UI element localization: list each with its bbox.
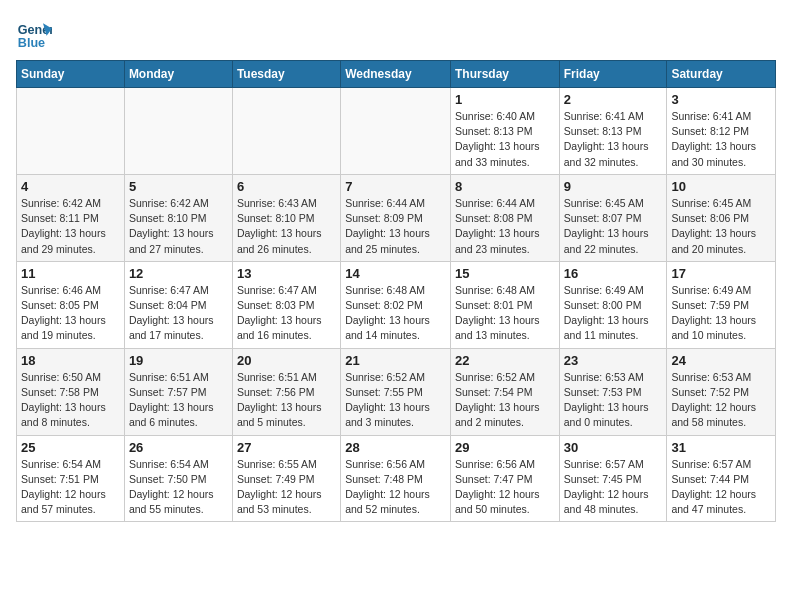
- day-info: Sunrise: 6:42 AMSunset: 8:11 PMDaylight:…: [21, 196, 120, 257]
- calendar-header: SundayMondayTuesdayWednesdayThursdayFrid…: [17, 61, 776, 88]
- calendar-cell: 18Sunrise: 6:50 AMSunset: 7:58 PMDayligh…: [17, 348, 125, 435]
- day-info: Sunrise: 6:41 AMSunset: 8:12 PMDaylight:…: [671, 109, 771, 170]
- day-info: Sunrise: 6:45 AMSunset: 8:07 PMDaylight:…: [564, 196, 663, 257]
- logo: General Blue: [16, 16, 52, 52]
- logo-icon: General Blue: [16, 16, 52, 52]
- weekday-header-sunday: Sunday: [17, 61, 125, 88]
- day-info: Sunrise: 6:51 AMSunset: 7:57 PMDaylight:…: [129, 370, 228, 431]
- calendar-cell: 25Sunrise: 6:54 AMSunset: 7:51 PMDayligh…: [17, 435, 125, 522]
- day-info: Sunrise: 6:41 AMSunset: 8:13 PMDaylight:…: [564, 109, 663, 170]
- weekday-header-thursday: Thursday: [450, 61, 559, 88]
- calendar-cell: 31Sunrise: 6:57 AMSunset: 7:44 PMDayligh…: [667, 435, 776, 522]
- calendar-cell: 7Sunrise: 6:44 AMSunset: 8:09 PMDaylight…: [341, 174, 451, 261]
- calendar-cell: 15Sunrise: 6:48 AMSunset: 8:01 PMDayligh…: [450, 261, 559, 348]
- day-number: 4: [21, 179, 120, 194]
- calendar-cell: 21Sunrise: 6:52 AMSunset: 7:55 PMDayligh…: [341, 348, 451, 435]
- calendar-cell: [124, 88, 232, 175]
- day-number: 29: [455, 440, 555, 455]
- day-number: 8: [455, 179, 555, 194]
- weekday-header-friday: Friday: [559, 61, 667, 88]
- day-info: Sunrise: 6:40 AMSunset: 8:13 PMDaylight:…: [455, 109, 555, 170]
- day-number: 18: [21, 353, 120, 368]
- calendar-week-3: 11Sunrise: 6:46 AMSunset: 8:05 PMDayligh…: [17, 261, 776, 348]
- day-info: Sunrise: 6:42 AMSunset: 8:10 PMDaylight:…: [129, 196, 228, 257]
- calendar-cell: [341, 88, 451, 175]
- calendar-week-1: 1Sunrise: 6:40 AMSunset: 8:13 PMDaylight…: [17, 88, 776, 175]
- weekday-header-monday: Monday: [124, 61, 232, 88]
- day-info: Sunrise: 6:44 AMSunset: 8:09 PMDaylight:…: [345, 196, 446, 257]
- day-info: Sunrise: 6:57 AMSunset: 7:44 PMDaylight:…: [671, 457, 771, 518]
- day-info: Sunrise: 6:48 AMSunset: 8:02 PMDaylight:…: [345, 283, 446, 344]
- day-info: Sunrise: 6:53 AMSunset: 7:53 PMDaylight:…: [564, 370, 663, 431]
- calendar-cell: 17Sunrise: 6:49 AMSunset: 7:59 PMDayligh…: [667, 261, 776, 348]
- weekday-header-tuesday: Tuesday: [232, 61, 340, 88]
- calendar-cell: 1Sunrise: 6:40 AMSunset: 8:13 PMDaylight…: [450, 88, 559, 175]
- calendar-cell: 30Sunrise: 6:57 AMSunset: 7:45 PMDayligh…: [559, 435, 667, 522]
- calendar-cell: 8Sunrise: 6:44 AMSunset: 8:08 PMDaylight…: [450, 174, 559, 261]
- day-number: 11: [21, 266, 120, 281]
- day-number: 27: [237, 440, 336, 455]
- day-info: Sunrise: 6:55 AMSunset: 7:49 PMDaylight:…: [237, 457, 336, 518]
- day-number: 10: [671, 179, 771, 194]
- day-info: Sunrise: 6:56 AMSunset: 7:48 PMDaylight:…: [345, 457, 446, 518]
- calendar-week-5: 25Sunrise: 6:54 AMSunset: 7:51 PMDayligh…: [17, 435, 776, 522]
- day-info: Sunrise: 6:49 AMSunset: 7:59 PMDaylight:…: [671, 283, 771, 344]
- day-number: 22: [455, 353, 555, 368]
- day-number: 6: [237, 179, 336, 194]
- calendar-cell: 24Sunrise: 6:53 AMSunset: 7:52 PMDayligh…: [667, 348, 776, 435]
- weekday-header-row: SundayMondayTuesdayWednesdayThursdayFrid…: [17, 61, 776, 88]
- calendar-cell: 27Sunrise: 6:55 AMSunset: 7:49 PMDayligh…: [232, 435, 340, 522]
- day-number: 14: [345, 266, 446, 281]
- day-info: Sunrise: 6:43 AMSunset: 8:10 PMDaylight:…: [237, 196, 336, 257]
- calendar-cell: 6Sunrise: 6:43 AMSunset: 8:10 PMDaylight…: [232, 174, 340, 261]
- day-info: Sunrise: 6:50 AMSunset: 7:58 PMDaylight:…: [21, 370, 120, 431]
- day-info: Sunrise: 6:52 AMSunset: 7:55 PMDaylight:…: [345, 370, 446, 431]
- calendar-cell: 5Sunrise: 6:42 AMSunset: 8:10 PMDaylight…: [124, 174, 232, 261]
- day-info: Sunrise: 6:47 AMSunset: 8:03 PMDaylight:…: [237, 283, 336, 344]
- day-number: 25: [21, 440, 120, 455]
- day-number: 20: [237, 353, 336, 368]
- calendar-cell: 12Sunrise: 6:47 AMSunset: 8:04 PMDayligh…: [124, 261, 232, 348]
- day-number: 17: [671, 266, 771, 281]
- calendar-cell: 9Sunrise: 6:45 AMSunset: 8:07 PMDaylight…: [559, 174, 667, 261]
- calendar-week-2: 4Sunrise: 6:42 AMSunset: 8:11 PMDaylight…: [17, 174, 776, 261]
- day-number: 16: [564, 266, 663, 281]
- calendar-cell: 19Sunrise: 6:51 AMSunset: 7:57 PMDayligh…: [124, 348, 232, 435]
- calendar-cell: 22Sunrise: 6:52 AMSunset: 7:54 PMDayligh…: [450, 348, 559, 435]
- day-number: 2: [564, 92, 663, 107]
- page-header: General Blue: [16, 16, 776, 52]
- calendar-cell: [17, 88, 125, 175]
- calendar-week-4: 18Sunrise: 6:50 AMSunset: 7:58 PMDayligh…: [17, 348, 776, 435]
- calendar-cell: 23Sunrise: 6:53 AMSunset: 7:53 PMDayligh…: [559, 348, 667, 435]
- day-info: Sunrise: 6:45 AMSunset: 8:06 PMDaylight:…: [671, 196, 771, 257]
- calendar-table: SundayMondayTuesdayWednesdayThursdayFrid…: [16, 60, 776, 522]
- day-info: Sunrise: 6:47 AMSunset: 8:04 PMDaylight:…: [129, 283, 228, 344]
- day-number: 13: [237, 266, 336, 281]
- calendar-cell: 28Sunrise: 6:56 AMSunset: 7:48 PMDayligh…: [341, 435, 451, 522]
- day-info: Sunrise: 6:56 AMSunset: 7:47 PMDaylight:…: [455, 457, 555, 518]
- day-number: 15: [455, 266, 555, 281]
- day-number: 31: [671, 440, 771, 455]
- calendar-body: 1Sunrise: 6:40 AMSunset: 8:13 PMDaylight…: [17, 88, 776, 522]
- day-number: 9: [564, 179, 663, 194]
- day-number: 21: [345, 353, 446, 368]
- calendar-cell: 29Sunrise: 6:56 AMSunset: 7:47 PMDayligh…: [450, 435, 559, 522]
- calendar-cell: 11Sunrise: 6:46 AMSunset: 8:05 PMDayligh…: [17, 261, 125, 348]
- day-info: Sunrise: 6:49 AMSunset: 8:00 PMDaylight:…: [564, 283, 663, 344]
- day-info: Sunrise: 6:44 AMSunset: 8:08 PMDaylight:…: [455, 196, 555, 257]
- day-number: 28: [345, 440, 446, 455]
- day-info: Sunrise: 6:54 AMSunset: 7:51 PMDaylight:…: [21, 457, 120, 518]
- day-number: 7: [345, 179, 446, 194]
- calendar-cell: [232, 88, 340, 175]
- calendar-cell: 3Sunrise: 6:41 AMSunset: 8:12 PMDaylight…: [667, 88, 776, 175]
- day-info: Sunrise: 6:46 AMSunset: 8:05 PMDaylight:…: [21, 283, 120, 344]
- weekday-header-wednesday: Wednesday: [341, 61, 451, 88]
- calendar-cell: 20Sunrise: 6:51 AMSunset: 7:56 PMDayligh…: [232, 348, 340, 435]
- calendar-cell: 2Sunrise: 6:41 AMSunset: 8:13 PMDaylight…: [559, 88, 667, 175]
- day-number: 23: [564, 353, 663, 368]
- day-number: 12: [129, 266, 228, 281]
- day-info: Sunrise: 6:51 AMSunset: 7:56 PMDaylight:…: [237, 370, 336, 431]
- day-number: 19: [129, 353, 228, 368]
- weekday-header-saturday: Saturday: [667, 61, 776, 88]
- day-info: Sunrise: 6:54 AMSunset: 7:50 PMDaylight:…: [129, 457, 228, 518]
